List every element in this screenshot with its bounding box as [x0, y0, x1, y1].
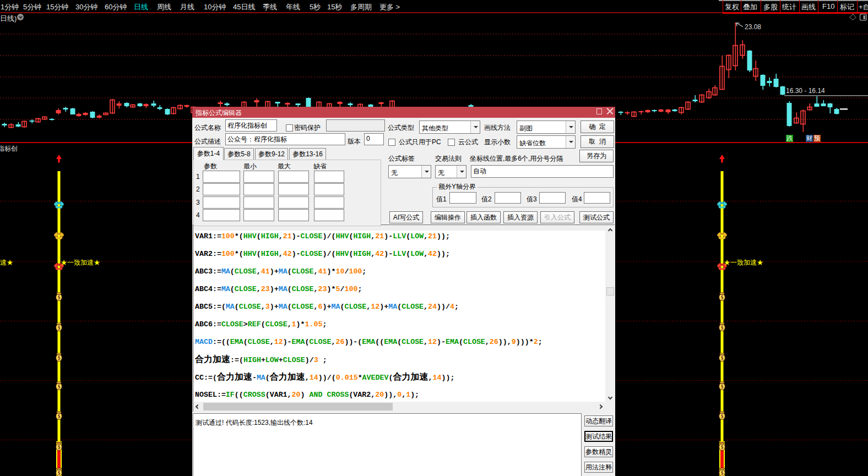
- svg-text:$: $: [58, 295, 61, 300]
- svg-text:$: $: [721, 384, 724, 390]
- svg-text:$: $: [721, 295, 724, 300]
- svg-text:$: $: [721, 470, 724, 476]
- svg-text:$: $: [721, 414, 724, 419]
- svg-text:$: $: [721, 325, 724, 331]
- svg-text:$: $: [721, 445, 724, 450]
- svg-text:$: $: [58, 414, 61, 419]
- svg-text:$: $: [721, 355, 724, 361]
- svg-text:$: $: [58, 325, 61, 331]
- svg-text:$: $: [58, 384, 61, 390]
- svg-text:$: $: [58, 445, 61, 450]
- svg-text:$: $: [58, 355, 61, 361]
- svg-text:$: $: [58, 470, 61, 476]
